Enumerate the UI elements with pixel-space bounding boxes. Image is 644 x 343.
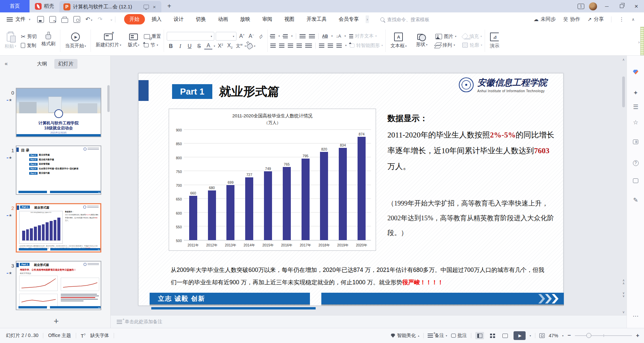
zoom-in-button[interactable]: + (636, 332, 639, 339)
font-size-select[interactable]: ▾ (216, 32, 236, 41)
zoom-slider-knob[interactable] (586, 333, 591, 338)
menu-tab-9[interactable]: 会员专享 (333, 14, 364, 24)
superscript-button[interactable]: X2 (216, 43, 224, 49)
cut-button[interactable]: ✂剪切 (21, 33, 37, 40)
close-document-icon[interactable]: × (152, 3, 157, 10)
print-icon[interactable] (61, 18, 68, 23)
command-search[interactable] (380, 17, 447, 22)
previous-slide-button[interactable]: ∧∧ (621, 279, 626, 286)
add-slide-button[interactable]: + (54, 317, 59, 325)
reset-button[interactable]: 重置 (144, 34, 161, 40)
numbering-icon[interactable] (283, 34, 288, 38)
fit-to-window-icon[interactable] (539, 333, 545, 338)
collapse-ribbon-icon[interactable]: ∧ (632, 17, 635, 22)
to-smart-graphic-button[interactable]: 转智能图形▾ (350, 43, 383, 49)
arrange-button[interactable]: 排列▾ (435, 42, 456, 48)
bottom-paragraph[interactable]: 从2009年大学毕业生人数突破600万以来，每年仍在增加，2020年已达874 … (171, 264, 549, 289)
increase-font-icon[interactable]: A+ (238, 33, 246, 39)
menu-tab-3[interactable]: 切换 (191, 14, 211, 24)
zoom-slider[interactable] (575, 335, 632, 336)
slide-sorter-view-button[interactable] (488, 332, 497, 339)
present-button[interactable]: ⊿ 演示 (488, 32, 501, 50)
missing-font-label[interactable]: 缺失字体 (90, 333, 109, 339)
highlight-button[interactable] (247, 43, 254, 50)
strip-more-icon[interactable]: ⋯ (627, 312, 644, 320)
part-tag-box[interactable]: Part 1 (172, 84, 212, 99)
menu-tab-4[interactable]: 动画 (213, 14, 233, 24)
collaborate-button[interactable]: 웃协作 (563, 16, 580, 22)
text-direction-icon[interactable]: ↓A (336, 34, 341, 39)
increase-indent-icon[interactable] (309, 34, 315, 38)
hamburger-menu-icon[interactable] (7, 17, 13, 21)
expand-panel-chevron-icon[interactable]: › (638, 40, 640, 45)
next-slide-button[interactable]: ∨∨ (621, 292, 626, 299)
help-icon[interactable]: ? (627, 159, 644, 166)
clipboard-panel-icon[interactable] (627, 139, 644, 146)
sync-status[interactable]: ☁未同步 (534, 16, 556, 22)
notes-toggle-button[interactable]: 备注 ▾ (428, 333, 447, 339)
spacing-options-icon[interactable] (336, 44, 342, 48)
slide-title[interactable]: 就业形式篇 (219, 83, 280, 100)
bullets-icon[interactable] (270, 34, 275, 38)
doodle-panel-icon[interactable]: ✎ (627, 196, 644, 204)
slide-thumbnail-0[interactable]: 计算机与软件工程学院 18级就业启动会 2021年12月3日 (16, 88, 101, 137)
scroll-up-icon[interactable]: ∧ (621, 58, 626, 61)
normal-view-button[interactable] (475, 332, 484, 339)
restore-button[interactable] (616, 1, 627, 11)
format-painter-button[interactable]: 格式刷 (39, 34, 57, 48)
clear-format-icon[interactable]: ▱ (256, 31, 266, 41)
note-paragraph[interactable]: （1999年开始大学扩招，高等教育毛入学率快速上升，2002年达到15%，高等教… (387, 196, 555, 240)
tab-outline[interactable]: 大纲 (33, 59, 51, 69)
menu-tab-1[interactable]: 插入 (146, 14, 167, 24)
font-name-select[interactable]: ▾ (167, 32, 214, 41)
paragraph-spacing-icon[interactable] (328, 44, 333, 48)
collapse-panel-icon[interactable]: « (5, 61, 8, 67)
align-left-icon[interactable] (270, 44, 276, 48)
new-slide-button[interactable]: 新建幻灯片▾ (94, 33, 123, 49)
comments-button[interactable]: 批注 (451, 333, 467, 339)
quick-toolbar-more-icon[interactable]: ⌄ (110, 17, 113, 21)
document-tab[interactable]: P 计算机与软件工...会 (12.1) × (59, 1, 161, 12)
fill-button[interactable]: 填充▾ (462, 34, 482, 40)
tabs-overflow-chevron-icon[interactable]: › (366, 15, 369, 23)
more-options-icon[interactable]: ⋮ (619, 16, 624, 22)
menu-tab-5[interactable]: 放映 (235, 14, 256, 24)
slide-2[interactable]: Part 1 就业形式篇 安徽信息工程学院 Anhui Institute of… (138, 73, 564, 306)
strikethrough-button[interactable]: S (195, 43, 203, 49)
data-heading[interactable]: 数据显示： (387, 113, 428, 124)
text-box-button[interactable]: A 文本框▾ (388, 32, 409, 50)
menu-tab-6[interactable]: 审阅 (257, 14, 278, 24)
character-spacing-icon[interactable]: AB (322, 34, 328, 39)
export-icon[interactable] (49, 16, 56, 23)
play-from-current-button[interactable]: ▶ 当页开始▾ (63, 32, 88, 50)
undo-icon[interactable]: ↶▾ (86, 16, 93, 23)
theme-name[interactable]: Office 主题 (48, 333, 71, 339)
subscript-button[interactable]: X2 (226, 43, 234, 49)
menu-tab-2[interactable]: 设计 (168, 14, 189, 24)
slide-thumbnail-2[interactable]: Part 1 就业形式篇 2011-2020全国高校毕业生人数统计情况 数据显示… (16, 203, 101, 252)
align-text-button[interactable]: 对齐文本▾ (349, 33, 377, 39)
slideshow-options-caret[interactable]: ▾ (530, 334, 531, 337)
save-icon[interactable] (37, 16, 44, 23)
daoke-tab[interactable]: 稻壳 (30, 0, 59, 12)
bar-chart[interactable]: 2011-2020全国高校毕业生人数统计情况 （万人） 500550600650… (169, 109, 376, 251)
zoom-percentage[interactable]: 47% (549, 333, 558, 338)
decrease-indent-icon[interactable] (300, 34, 306, 38)
print-preview-icon[interactable] (73, 16, 80, 23)
search-input[interactable] (387, 17, 447, 22)
close-button[interactable]: × (631, 1, 641, 11)
zoom-out-button[interactable]: − (568, 332, 571, 339)
tab-slides[interactable]: 幻灯片 (54, 59, 77, 69)
menu-tab-8[interactable]: 开发工具 (301, 14, 332, 24)
window-badge[interactable]: 1 (578, 4, 584, 9)
properties-panel-icon[interactable]: ☰ (627, 103, 644, 111)
notes-bar[interactable]: 单击此处添加备注 (111, 315, 627, 328)
animation-panel-icon[interactable]: ✦ (627, 89, 644, 97)
menu-tab-7[interactable]: 视图 (279, 14, 300, 24)
align-right-icon[interactable] (288, 44, 293, 48)
data-paragraph[interactable]: 2011-2020年的毕业生人数按照2%-5%的同比增长率逐年增长，近10年间累… (387, 127, 555, 174)
paste-button[interactable]: 粘贴▾ (3, 32, 18, 50)
picture-button[interactable]: 图片▾ (435, 34, 456, 40)
user-avatar[interactable] (589, 2, 597, 10)
italic-button[interactable]: I (176, 43, 184, 49)
